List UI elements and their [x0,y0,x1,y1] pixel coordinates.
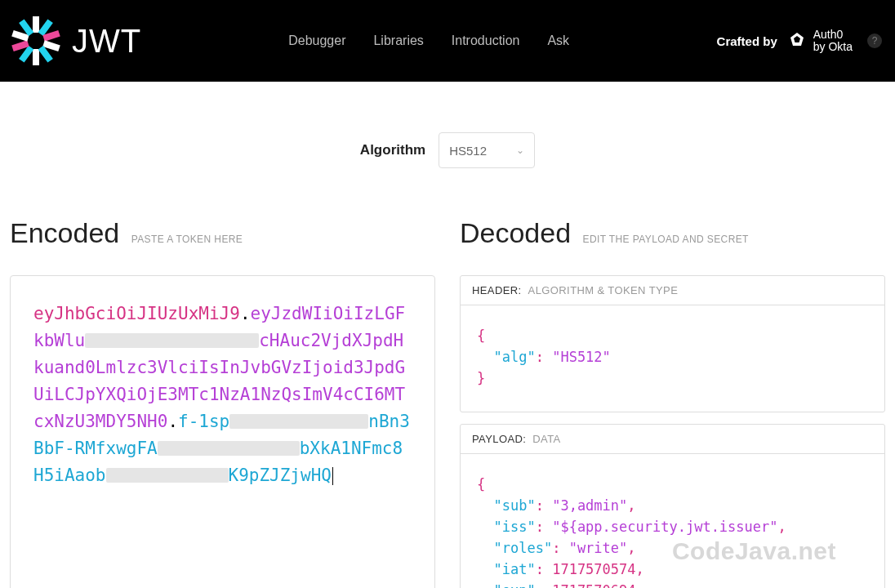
decoded-payload-card: PAYLOAD: DATA { "sub": "3,admin", "iss":… [460,424,885,588]
encoded-title: Encoded [10,217,119,249]
algorithm-value: HS512 [449,144,487,158]
main-nav: Debugger Libraries Introduction Ask [288,33,569,48]
token-sig-a: f-1sp [178,412,229,431]
jwt-logo-icon [10,15,62,67]
decoded-payload-card-title: PAYLOAD: DATA [461,425,884,454]
json-sub: "3,admin" [552,497,627,514]
decoded-header-json[interactable]: { "alg": "HS512" } [461,305,884,412]
text-caret [332,467,333,485]
token-header: eyJhbGciOiJIUzUxMiJ9 [33,304,240,323]
redacted-block [85,333,259,348]
crafted-by-label: Crafted by [717,34,777,48]
card-head-val: ALGORITHM & TOKEN TYPE [528,284,679,296]
redacted-block [106,468,229,483]
encoded-subtitle: PASTE A TOKEN HERE [131,234,243,245]
algorithm-label: Algorithm [360,142,425,158]
nav-introduction[interactable]: Introduction [452,33,520,48]
redacted-block [158,441,300,456]
json-alg: "HS512" [552,349,611,365]
svg-rect-1 [33,49,39,65]
crafted-by[interactable]: Crafted by Auth0 by Okta ? [717,29,882,52]
top-bar: JWT Debugger Libraries Introduction Ask … [0,0,895,82]
help-icon[interactable]: ? [867,33,882,48]
card-head-val: DATA [532,433,560,445]
json-roles: "write" [569,540,628,556]
decoded-header-card: HEADER: ALGORITHM & TOKEN TYPE { "alg": … [460,275,885,412]
chevron-down-icon: ⌄ [516,145,524,156]
nav-libraries[interactable]: Libraries [373,33,423,48]
auth0-icon [787,31,807,51]
encoded-column: Encoded PASTE A TOKEN HERE eyJhbGciOiJIU… [10,217,435,588]
svg-rect-0 [33,16,39,33]
encoded-token-input[interactable]: eyJhbGciOiJIUzUxMiJ9.eyJzdWIiOiIzLGFkbWl… [10,275,435,588]
card-head-key: HEADER: [472,284,522,296]
algorithm-select[interactable]: HS512 ⌄ [439,132,535,168]
json-iss: "${app.security.jwt.issuer" [552,519,777,535]
auth0-line2: by Okta [813,41,853,53]
decoded-subtitle: EDIT THE PAYLOAD AND SECRET [583,234,749,245]
decoded-header-card-title: HEADER: ALGORITHM & TOKEN TYPE [461,276,884,305]
jwt-logo-text: JWT [72,23,141,60]
auth0-line1: Auth0 [813,29,853,41]
nav-ask[interactable]: Ask [547,33,569,48]
logo[interactable]: JWT [10,15,141,67]
json-iat: 1717570574 [552,561,635,577]
algorithm-row: Algorithm HS512 ⌄ [0,132,895,168]
token-sig-d: K9pZJZjwHQ [229,466,332,485]
decoded-column: Decoded EDIT THE PAYLOAD AND SECRET HEAD… [460,217,885,588]
redacted-block [229,414,368,429]
nav-debugger[interactable]: Debugger [288,33,345,48]
json-exp: 1717570694 [552,582,635,588]
auth0-brand: Auth0 by Okta [787,29,853,52]
decoded-title: Decoded [460,217,571,249]
card-head-key: PAYLOAD: [472,433,526,445]
decoded-payload-json[interactable]: { "sub": "3,admin", "iss": "${app.securi… [461,454,884,588]
